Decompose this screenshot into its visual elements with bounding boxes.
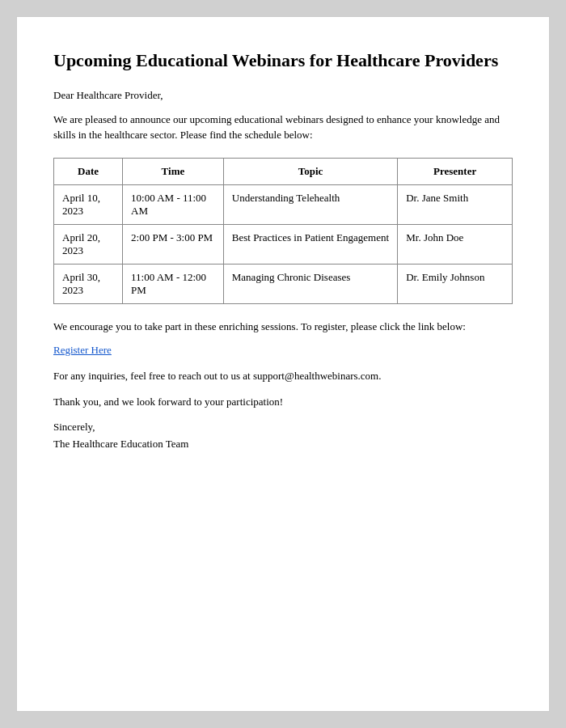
- row-0-presenter: Dr. Jane Smith: [398, 184, 513, 224]
- sign-off: Sincerely, The Healthcare Education Team: [53, 419, 513, 453]
- col-header-time: Time: [123, 158, 224, 184]
- col-header-presenter: Presenter: [398, 158, 513, 184]
- intro-text: We are pleased to announce our upcoming …: [53, 112, 513, 143]
- table-row: April 30, 202311:00 AM - 12:00 PMManagin…: [54, 264, 513, 303]
- row-1-presenter: Mr. John Doe: [398, 224, 513, 264]
- row-0-time: 10:00 AM - 11:00 AM: [123, 184, 224, 224]
- table-row: April 20, 20232:00 PM - 3:00 PMBest Prac…: [54, 224, 513, 264]
- thank-you-text: Thank you, and we look forward to your p…: [53, 394, 513, 410]
- greeting-text: Dear Healthcare Provider,: [53, 89, 513, 102]
- schedule-table: Date Time Topic Presenter April 10, 2023…: [53, 158, 513, 304]
- table-row: April 10, 202310:00 AM - 11:00 AMUnderst…: [54, 184, 513, 224]
- row-0-date: April 10, 2023: [54, 184, 123, 224]
- sign-off-line1: Sincerely,: [53, 421, 95, 433]
- row-2-date: April 30, 2023: [54, 264, 123, 303]
- row-1-topic: Best Practices in Patient Engagement: [223, 224, 397, 264]
- table-header-row: Date Time Topic Presenter: [54, 158, 513, 184]
- row-2-presenter: Dr. Emily Johnson: [398, 264, 513, 303]
- page-title: Upcoming Educational Webinars for Health…: [53, 49, 513, 73]
- row-1-date: April 20, 2023: [54, 224, 123, 264]
- row-2-time: 11:00 AM - 12:00 PM: [123, 264, 224, 303]
- col-header-date: Date: [54, 158, 123, 184]
- inquiry-text: For any inquiries, feel free to reach ou…: [53, 368, 513, 384]
- register-prompt: We encourage you to take part in these e…: [53, 319, 513, 335]
- row-1-time: 2:00 PM - 3:00 PM: [123, 224, 224, 264]
- row-0-topic: Understanding Telehealth: [223, 184, 397, 224]
- row-2-topic: Managing Chronic Diseases: [223, 264, 397, 303]
- sign-off-line2: The Healthcare Education Team: [53, 438, 188, 450]
- register-link[interactable]: Register Here: [53, 344, 112, 357]
- col-header-topic: Topic: [223, 158, 397, 184]
- page-container: Upcoming Educational Webinars for Health…: [16, 16, 550, 712]
